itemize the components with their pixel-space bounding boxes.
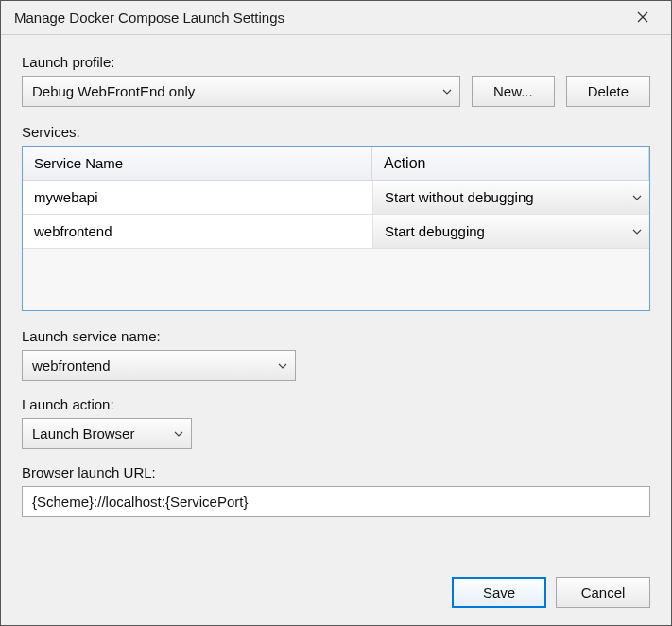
services-label: Services: [22, 124, 650, 140]
action-value: Start debugging [385, 223, 485, 239]
service-cell: mywebapi [23, 181, 372, 214]
launch-action-dropdown[interactable]: Launch Browser [22, 418, 192, 449]
action-dropdown[interactable]: Start without debugging [372, 181, 649, 214]
action-dropdown[interactable]: Start debugging [372, 215, 649, 248]
chevron-down-icon [278, 361, 287, 371]
dialog-body: Launch profile: Debug WebFrontEnd only N… [1, 35, 671, 625]
window-title: Manage Docker Compose Launch Settings [14, 9, 624, 26]
new-profile-button[interactable]: New... [472, 76, 555, 107]
service-cell: webfrontend [23, 215, 372, 248]
chevron-down-icon [442, 87, 452, 96]
chevron-down-icon [632, 193, 642, 202]
dialog-footer: Save Cancel [22, 567, 650, 608]
cancel-button[interactable]: Cancel [556, 577, 650, 608]
chevron-down-icon [174, 429, 183, 439]
grid-header: Service Name Action [23, 147, 649, 181]
delete-profile-button[interactable]: Delete [566, 76, 650, 107]
table-row[interactable]: webfrontend Start debugging [23, 215, 649, 249]
save-button[interactable]: Save [452, 577, 546, 608]
table-row[interactable]: mywebapi Start without debugging [23, 181, 649, 215]
launch-action-value: Launch Browser [32, 426, 134, 442]
dialog-window: Manage Docker Compose Launch Settings La… [0, 0, 672, 626]
services-grid: Service Name Action mywebapi Start witho… [22, 146, 650, 311]
launch-action-label: Launch action: [22, 396, 650, 412]
launch-service-value: webfrontend [32, 357, 111, 374]
col-header-service: Service Name [23, 147, 372, 180]
titlebar: Manage Docker Compose Launch Settings [1, 1, 671, 35]
browser-url-input[interactable] [22, 486, 650, 517]
col-header-action: Action [372, 147, 649, 180]
close-icon [637, 9, 648, 26]
launch-service-name-label: Launch service name: [22, 328, 650, 344]
launch-profile-dropdown[interactable]: Debug WebFrontEnd only [22, 76, 460, 107]
launch-profile-value: Debug WebFrontEnd only [32, 83, 195, 99]
action-value: Start without debugging [385, 189, 534, 205]
browser-url-label: Browser launch URL: [22, 464, 650, 480]
launch-service-dropdown[interactable]: webfrontend [22, 350, 296, 381]
launch-profile-label: Launch profile: [22, 54, 650, 70]
close-button[interactable] [624, 1, 662, 35]
chevron-down-icon [632, 227, 642, 236]
